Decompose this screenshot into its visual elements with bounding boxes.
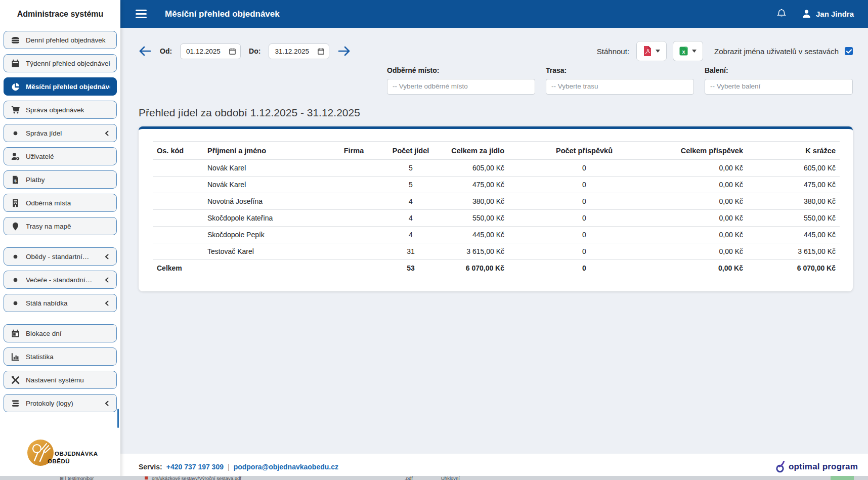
- table-row: Novák Karel5605,00 Kč00,00 Kč605,00 Kč: [153, 160, 840, 177]
- sidebar-item-odberna-mista[interactable]: Odběrná místa: [4, 194, 117, 212]
- download-excel-button[interactable]: x: [673, 41, 703, 61]
- table-total-row: Celkem536 070,00 Kč00,00 Kč6 070,00 Kč: [153, 260, 840, 277]
- cell: [322, 243, 385, 260]
- date-from-input[interactable]: 01.12.2025: [180, 43, 241, 59]
- excel-file-icon: x: [679, 46, 688, 56]
- sidebar-item-nastaveni-systemu[interactable]: Nastavení systému: [4, 371, 117, 389]
- sidebar-item-label: Denní přehled objednávek: [26, 36, 110, 44]
- building-icon: [11, 198, 20, 207]
- cell: 3 615,00 Kč: [436, 243, 508, 260]
- cell: [153, 243, 203, 260]
- cell: 475,00 Kč: [436, 177, 508, 193]
- sidebar-item-trasy-na-mape[interactable]: Trasy na mapě: [4, 217, 117, 235]
- app-root: Administrace systému Denní přehled objed…: [0, 0, 868, 480]
- sidebar-item-mesicni-prehled-objednavek[interactable]: Měsíční přehled objednávek: [4, 77, 117, 96]
- map-pin-icon: [11, 222, 20, 231]
- sidebar-item-label: Protokoly (logy): [26, 400, 98, 407]
- bell-icon[interactable]: [776, 9, 787, 19]
- column-header-os-kod: Os. kód: [153, 142, 203, 160]
- svg-text:x: x: [682, 49, 685, 55]
- invoice-icon: $: [11, 175, 20, 184]
- sidebar-item-vecere-standardni[interactable]: Večeře - standardní…: [4, 271, 117, 289]
- top-navbar: Měsíční přehled objednávek Jan Jindra: [120, 0, 868, 28]
- cart-icon: [11, 105, 20, 114]
- background-text-fragment: ⊞ | testimonibor: [60, 476, 94, 480]
- cell: 0: [508, 177, 660, 193]
- cell: 0,00 Kč: [660, 177, 747, 193]
- sidebar-item-platby[interactable]: $Platby: [4, 170, 117, 189]
- background-text-fragment: .pdf: [405, 476, 413, 480]
- sidebar-group: Blokace dníStatistikaNastavení systémuPr…: [4, 324, 117, 412]
- cell: Novák Karel: [203, 160, 322, 177]
- column-header-pocet-jidel: Počet jídel: [385, 142, 436, 160]
- column-header-prijmeni-a-jmeno: Příjmení a jméno: [203, 142, 322, 160]
- filter-select-odberne-misto[interactable]: -- Vyberte odběrné místo: [387, 79, 535, 95]
- content: Od: 01.12.2025 Do: 31.12.2025 Stá: [120, 28, 868, 480]
- sidebar-group: Obědy - standartní…Večeře - standardní…S…: [4, 247, 117, 312]
- show-names-checkbox[interactable]: [845, 47, 853, 55]
- calendar-block-icon: [11, 329, 20, 338]
- cell: [153, 177, 203, 193]
- cell: 0,00 Kč: [660, 193, 747, 210]
- user-name: Jan Jindra: [816, 10, 854, 18]
- sidebar-item-label: Obědy - standartní…: [26, 253, 98, 260]
- support-email-link[interactable]: podpora@objednavkaobedu.cz: [234, 463, 338, 471]
- download-pdf-button[interactable]: [636, 41, 667, 61]
- filter-label: Trasa:: [546, 66, 694, 74]
- date-from-label: Od:: [160, 47, 172, 55]
- sidebar-item-label: Večeře - standardní…: [26, 276, 98, 284]
- sidebar-item-statistika[interactable]: Statistika: [4, 347, 117, 366]
- filter-select-baleni[interactable]: -- Vyberte balení: [705, 79, 853, 95]
- cell: 6 070,00 Kč: [436, 260, 508, 277]
- caret-down-icon: [692, 50, 697, 53]
- cell: 445,00 Kč: [747, 227, 840, 243]
- sidebar-item-denni-prehled-objednavek[interactable]: Denní přehled objednávek: [4, 31, 117, 49]
- user-menu[interactable]: Jan Jindra: [802, 9, 854, 19]
- previous-period-arrow[interactable]: [139, 46, 152, 57]
- table-header-row: Os. kódPříjmení a jménoFirmaPočet jídelC…: [153, 142, 840, 160]
- column-header-pocet-prispevku: Počet příspěvků: [508, 142, 660, 160]
- sidebar-item-label: Platby: [26, 176, 110, 184]
- support-phone-link[interactable]: +420 737 197 309: [166, 463, 224, 471]
- cell: 445,00 Kč: [436, 227, 508, 243]
- cell: Testovač Karel: [203, 243, 322, 260]
- cell: 5: [385, 160, 436, 177]
- cell: 0: [508, 210, 660, 227]
- cell: [322, 160, 385, 177]
- cell: 4: [385, 193, 436, 210]
- servis-label: Servis:: [139, 463, 162, 471]
- chevron-left-icon: [104, 401, 110, 406]
- sidebar-item-stala-nabidka[interactable]: Stálá nabídka: [4, 294, 117, 312]
- cell: 0: [508, 227, 660, 243]
- objednavka-obedu-logo: OBJEDNÁVKA OBĚDŮ: [0, 433, 120, 480]
- sidebar-item-label: Statistika: [26, 353, 110, 361]
- sidebar-item-sprava-jidel[interactable]: Správa jídel: [4, 124, 117, 142]
- sidebar-item-label: Správa jídel: [26, 129, 98, 137]
- sidebar-scrollbar-thumb[interactable]: [117, 409, 119, 428]
- sidebar-item-uzivatele[interactable]: Uživatelé: [4, 147, 117, 165]
- cell: [153, 210, 203, 227]
- date-to-input[interactable]: 31.12.2025: [269, 43, 329, 59]
- sidebar-item-label: Uživatelé: [26, 153, 110, 160]
- menu-toggle-icon[interactable]: [136, 10, 147, 18]
- download-label: Stáhnout:: [597, 47, 629, 56]
- sidebar-item-blokace-dni[interactable]: Blokace dní: [4, 324, 117, 342]
- cell: 0,00 Kč: [660, 260, 747, 277]
- next-period-arrow[interactable]: [337, 46, 351, 57]
- cell: 53: [385, 260, 436, 277]
- date-to-value: 31.12.2025: [275, 48, 309, 55]
- filter-select-trasa[interactable]: -- Vyberte trasu: [546, 79, 694, 95]
- logo-text: OBJEDNÁVKA OBĚDŮ: [48, 450, 98, 466]
- sidebar-item-sprava-objednavek[interactable]: Správa objednávek: [4, 101, 117, 119]
- cell: [322, 177, 385, 193]
- cell: 31: [385, 243, 436, 260]
- date-range: Od: 01.12.2025 Do: 31.12.2025: [139, 43, 351, 59]
- stats-icon: [11, 352, 20, 361]
- background-text-fragment: ors/ukázkové sestavy/Výroční sestava.pdf: [152, 476, 241, 480]
- logs-icon: [11, 399, 20, 408]
- calendar-picker-icon: [318, 48, 324, 55]
- chevron-left-icon: [104, 277, 110, 283]
- sidebar-item-protokoly-logy[interactable]: Protokoly (logy): [4, 394, 117, 412]
- sidebar-item-tydenni-prehled-objednavek[interactable]: Týdenní přehled objednávek: [4, 54, 117, 72]
- sidebar-item-obedy-standartni[interactable]: Obědy - standartní…: [4, 247, 117, 266]
